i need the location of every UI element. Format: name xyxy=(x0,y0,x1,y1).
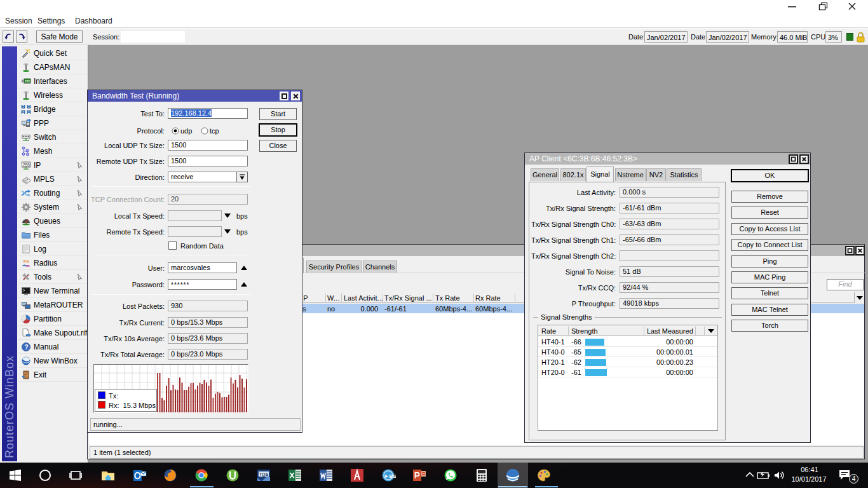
svg-text:►BS: ►BS xyxy=(384,473,397,479)
svg-text:255: 255 xyxy=(23,163,30,167)
svg-text:?: ? xyxy=(25,344,29,351)
svg-text:TQS: TQS xyxy=(259,472,269,477)
